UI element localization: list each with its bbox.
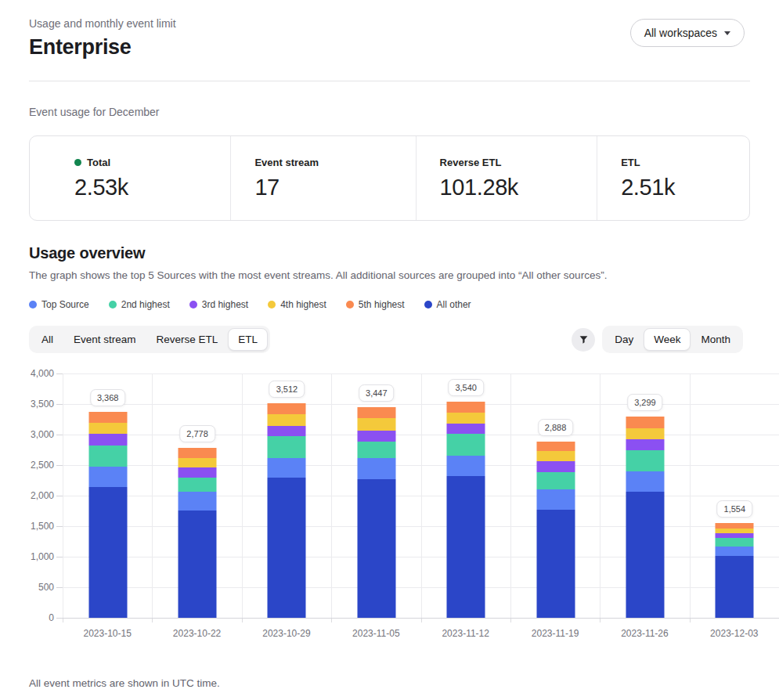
stats-card: Total2.53kEvent stream17Reverse ETL101.2…	[29, 135, 750, 221]
legend-item-all-other: All other	[424, 299, 471, 310]
bar-segment-2nd-highest	[88, 446, 127, 467]
bar-segment-2nd-highest	[357, 442, 395, 459]
y-axis-tick: 0	[49, 612, 63, 623]
legend-label: 5th highest	[359, 299, 405, 310]
bar-segment-4th-highest	[357, 418, 395, 431]
bar-segment-5th-highest	[357, 407, 395, 418]
bar-segment-2nd-highest	[626, 450, 664, 471]
page-eyebrow: Usage and monthly event limit	[29, 17, 176, 30]
legend-dot-icon	[109, 301, 117, 309]
workspace-selector-label: All workspaces	[644, 27, 717, 39]
y-axis-tick-label: 3,500	[31, 399, 56, 410]
y-axis-tick: 3,000	[31, 429, 63, 440]
x-axis-label: 2023-11-26	[600, 628, 689, 639]
y-axis-tick-mark	[56, 465, 63, 466]
status-dot-icon	[74, 159, 81, 166]
stat-label: ETL	[621, 157, 749, 168]
legend-dot-icon	[268, 301, 276, 309]
stacked-bar	[716, 523, 754, 618]
bar-column-2023-12-03: 1,554	[690, 373, 779, 618]
bar-segment-5th-highest	[626, 417, 664, 428]
bar-segment-2nd-highest	[536, 472, 575, 490]
bar-segment-4th-highest	[88, 423, 127, 434]
bar-segment-4th-highest	[268, 414, 306, 427]
y-axis-tick: 3,500	[31, 399, 63, 410]
header-titles: Usage and monthly event limit Enterprise	[29, 16, 176, 60]
bar-segment-all-other	[716, 556, 754, 618]
chart-plot-area: 4,0003,5003,0002,5002,0001,5001,00050003…	[63, 373, 779, 618]
y-axis-tick-mark	[56, 496, 63, 496]
chevron-down-icon	[724, 31, 730, 35]
bar-segment-5th-highest	[536, 442, 575, 451]
stat-label: Total	[74, 157, 230, 168]
legend-label: 3rd highest	[202, 299, 248, 310]
bar-segment-top-source	[268, 458, 306, 478]
bar-segment-3rd-highest	[268, 426, 306, 436]
y-axis-tick: 500	[38, 582, 63, 593]
bar-segment-4th-highest	[447, 413, 485, 424]
right-controls: DayWeekMonth	[572, 326, 743, 353]
bar-segment-all-other	[536, 510, 575, 618]
y-axis-tick: 2,500	[31, 460, 63, 471]
tab-week[interactable]: Week	[644, 328, 691, 351]
stat-card-event-stream: Event stream17	[230, 136, 415, 220]
range-tabs: DayWeekMonth	[602, 326, 743, 353]
bar-segment-3rd-highest	[626, 439, 664, 450]
y-axis-tick-label: 0	[49, 612, 56, 623]
bar-segment-top-source	[179, 492, 217, 510]
bar-segment-top-source	[357, 458, 395, 479]
stat-value: 2.51k	[621, 175, 749, 200]
stat-label: Event stream	[254, 157, 415, 168]
legend-dot-icon	[189, 301, 197, 309]
bar-column-2023-11-12: 3,540	[421, 373, 510, 618]
page-header: Usage and monthly event limit Enterprise…	[0, 16, 779, 60]
bar-segment-all-other	[447, 476, 485, 618]
y-axis-tick-label: 500	[38, 582, 56, 593]
stat-card-total: Total2.53k	[30, 136, 230, 220]
bar-total-label: 2,778	[179, 425, 215, 442]
stacked-bar	[357, 407, 395, 618]
filter-button[interactable]	[572, 328, 595, 352]
y-axis-tick-label: 1,000	[31, 551, 56, 562]
workspace-selector-button[interactable]: All workspaces	[630, 19, 745, 47]
bar-column-2023-11-26: 3,299	[600, 373, 689, 618]
stat-card-reverse-etl: Reverse ETL101.28k	[416, 136, 597, 220]
tab-all[interactable]: All	[31, 328, 63, 351]
bar-total-label: 2,888	[538, 419, 574, 436]
bar-segment-all-other	[268, 478, 306, 618]
y-axis-tick-mark	[56, 587, 63, 588]
bar-segment-5th-highest	[268, 403, 306, 413]
x-axis-label: 2023-12-03	[690, 628, 779, 639]
bar-segment-5th-highest	[716, 523, 754, 529]
tab-event-stream[interactable]: Event stream	[63, 328, 146, 351]
y-axis-tick: 1,500	[31, 521, 63, 532]
y-axis-tick-label: 3,000	[31, 429, 56, 440]
bar-total-label: 3,512	[269, 381, 305, 398]
y-axis-tick-mark	[56, 373, 63, 374]
usage-overview-description: The graph shows the top 5 Sources with t…	[0, 269, 779, 281]
bar-total-label: 3,447	[359, 384, 395, 402]
stat-value: 17	[254, 175, 415, 200]
legend-label: All other	[437, 299, 471, 310]
bar-segment-5th-highest	[447, 402, 485, 413]
bar-segment-2nd-highest	[179, 478, 217, 493]
bar-segment-all-other	[626, 492, 664, 618]
stacked-bar	[88, 412, 127, 618]
stat-value: 2.53k	[74, 175, 230, 200]
legend-item-top-source: Top Source	[29, 299, 89, 310]
legend-label: 2nd highest	[121, 299, 170, 310]
tab-etl[interactable]: ETL	[228, 328, 268, 351]
tab-month[interactable]: Month	[691, 328, 741, 351]
bar-segment-4th-highest	[716, 529, 754, 534]
bar-total-label: 3,299	[627, 394, 663, 411]
tab-reverse-etl[interactable]: Reverse ETL	[146, 328, 229, 351]
stacked-bar	[626, 417, 664, 618]
page-title: Enterprise	[29, 35, 176, 60]
x-axis-label: 2023-11-05	[331, 628, 420, 639]
bar-segment-top-source	[626, 471, 664, 492]
stacked-bar	[447, 402, 485, 618]
chart-controls: AllEvent streamReverse ETLETL DayWeekMon…	[0, 326, 779, 353]
bar-segment-top-source	[716, 547, 754, 556]
tab-day[interactable]: Day	[604, 328, 644, 351]
bar-segment-all-other	[179, 511, 217, 618]
